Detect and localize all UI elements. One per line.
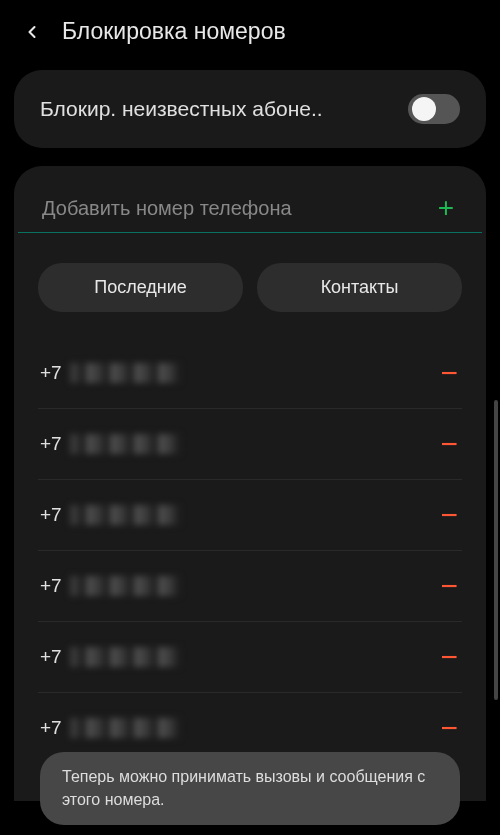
phone-input[interactable]: [42, 197, 434, 220]
list-item: +7 −: [38, 338, 462, 409]
phone-number: +7: [40, 504, 180, 526]
phone-number: +7: [40, 433, 180, 455]
phone-number: +7: [40, 646, 180, 668]
back-icon[interactable]: [20, 20, 44, 44]
contacts-button[interactable]: Контакты: [257, 263, 462, 312]
phone-number: +7: [40, 575, 180, 597]
remove-icon[interactable]: −: [438, 571, 460, 601]
list-item: +7 −: [38, 480, 462, 551]
list-item: +7 −: [38, 409, 462, 480]
phone-number: +7: [40, 362, 180, 384]
list-item: +7 −: [38, 622, 462, 693]
toast: Теперь можно принимать вызовы и сообщени…: [40, 752, 460, 825]
remove-icon[interactable]: −: [438, 358, 460, 388]
phone-number: +7: [40, 717, 180, 739]
page-title: Блокировка номеров: [62, 18, 286, 45]
list-item: +7 −: [38, 551, 462, 622]
scrollbar[interactable]: [494, 400, 498, 700]
block-unknown-label: Блокир. неизвестных абоне..: [40, 97, 398, 121]
block-unknown-toggle[interactable]: [408, 94, 460, 124]
remove-icon[interactable]: −: [438, 500, 460, 530]
blocked-list: +7 − +7 − +7 − +7 − +7 −: [14, 338, 486, 763]
add-icon[interactable]: +: [434, 192, 458, 224]
remove-icon[interactable]: −: [438, 713, 460, 743]
recent-button[interactable]: Последние: [38, 263, 243, 312]
remove-icon[interactable]: −: [438, 642, 460, 672]
main-panel: + Последние Контакты +7 − +7 − +7 − +7: [14, 166, 486, 801]
block-unknown-card[interactable]: Блокир. неизвестных абоне..: [14, 70, 486, 148]
remove-icon[interactable]: −: [438, 429, 460, 459]
